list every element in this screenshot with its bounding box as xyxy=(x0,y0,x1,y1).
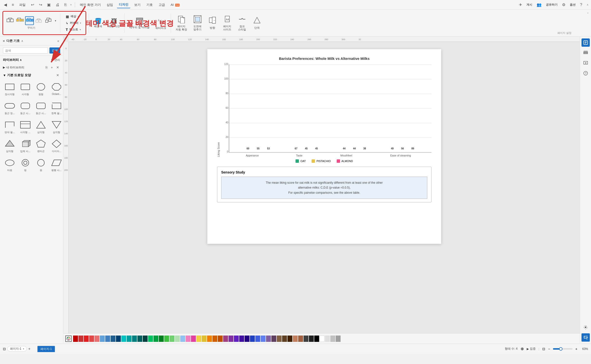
color-swatch-38[interactable] xyxy=(271,336,276,342)
page-size-button[interactable]: A4 페이지 사이즈 xyxy=(220,14,234,32)
color-swatch-7[interactable] xyxy=(105,336,110,342)
shape-cell-circle[interactable]: 원형 xyxy=(34,81,48,98)
shapes-close-btn[interactable]: ✕ xyxy=(55,73,60,78)
color-swatch-43[interactable] xyxy=(298,336,303,342)
shape-cell-rrect3[interactable]: 둥근 사... xyxy=(34,100,48,117)
focus-mode-btn[interactable]: ▶ 집중 xyxy=(527,347,536,351)
shape-cell-circle2[interactable]: 원 xyxy=(34,156,48,173)
color-swatch-28[interactable] xyxy=(218,336,223,342)
file-menu[interactable]: 파일 xyxy=(17,2,28,8)
zoom-fit-btn[interactable]: ⊡ xyxy=(542,347,545,351)
view-toggle-button[interactable]: ▣ xyxy=(46,1,52,8)
color-swatch-47[interactable] xyxy=(320,336,324,342)
right-panel-preview-btn[interactable] xyxy=(581,59,590,67)
toolbar-expand-btn[interactable]: ⌄ xyxy=(587,11,589,14)
color-swatch-44[interactable] xyxy=(304,336,308,342)
page-auto-expand-button[interactable]: 페이지 자동 확장 xyxy=(173,14,189,32)
color-swatch-45[interactable] xyxy=(309,336,314,342)
sidebar-collapse-btn[interactable]: « xyxy=(56,38,60,43)
right-panel-layers-btn[interactable] xyxy=(581,49,590,57)
color-swatch-50[interactable] xyxy=(336,336,341,342)
search-button[interactable]: 검색 xyxy=(49,47,60,54)
color-swatch-14[interactable] xyxy=(143,336,148,342)
canvas-scroll-area[interactable]: Barista Preferences: Whole Milk vs Alter… xyxy=(69,42,580,333)
color-swatch-20[interactable] xyxy=(175,336,180,342)
color-swatch-27[interactable] xyxy=(212,336,217,342)
color-swatch-41[interactable] xyxy=(287,336,292,342)
shape-cell-rectvar[interactable]: 사각형 ... xyxy=(19,118,32,136)
shape-cell-tri3[interactable]: 삼각형 xyxy=(3,137,17,155)
page-icon-btn[interactable]: ⊡ xyxy=(3,347,6,351)
right-panel-help-btn[interactable]: ? xyxy=(581,69,590,77)
add-page-btn[interactable]: + xyxy=(28,347,30,351)
shape-cell-partial1[interactable]: 한쪽 필... xyxy=(50,100,63,117)
color-swatch-16[interactable] xyxy=(153,336,158,342)
color-swatch-37[interactable] xyxy=(266,336,271,342)
bg-color-button[interactable]: 🪣 배경색 xyxy=(91,17,105,29)
shape-cell-partial2[interactable]: 반대 필... xyxy=(3,118,17,136)
ai-menu-item[interactable]: AI hot xyxy=(169,2,181,8)
shape-cell-rect[interactable]: 정사각형 xyxy=(3,81,17,98)
help-button[interactable]: ? xyxy=(579,2,584,8)
insert-menu-item[interactable]: 삽입 xyxy=(105,2,115,8)
design-menu-item[interactable]: 디자인 xyxy=(117,1,130,8)
page-tab-1[interactable]: 페이지-1 xyxy=(37,346,55,352)
print-button[interactable]: 🖨 xyxy=(54,2,61,8)
options-button[interactable]: ⚙ xyxy=(561,1,567,8)
lib-close-btn[interactable]: ✕ xyxy=(55,65,60,70)
symbol-menu-item[interactable]: 기호 xyxy=(144,2,155,8)
color-option-btn[interactable]: ▦ 색상 ▾ xyxy=(64,14,83,19)
unit-button[interactable]: 단위 xyxy=(250,15,264,31)
shape-cell-rrect2[interactable]: 둥근 사... xyxy=(19,100,32,117)
color-swatch-19[interactable] xyxy=(170,336,174,342)
color-swatch-34[interactable] xyxy=(250,336,255,342)
fit-page-button[interactable]: 도면에 맞추기 xyxy=(191,14,204,32)
post-label[interactable]: 게시 xyxy=(526,3,532,7)
color-swatch-2[interactable] xyxy=(78,336,83,342)
layer-icon-btn[interactable]: ⊕ xyxy=(521,346,524,351)
manage-button[interactable]: ⊞ 관리 xyxy=(51,58,60,62)
right-panel-format-btn[interactable] xyxy=(581,38,590,47)
color-swatch-9[interactable] xyxy=(116,336,121,342)
redo-button[interactable]: ↪ xyxy=(38,1,44,8)
color-swatch-35[interactable] xyxy=(255,336,260,342)
zoom-minus-btn[interactable]: − xyxy=(548,347,550,351)
shape-btn-1[interactable] xyxy=(6,16,14,25)
color-swatch-39[interactable] xyxy=(277,336,282,342)
color-swatch-32[interactable] xyxy=(239,336,244,342)
share-button[interactable]: 👥 xyxy=(535,1,543,8)
shape-btn-3[interactable] xyxy=(25,16,34,25)
shape-cell-cube[interactable]: 입체 사... xyxy=(19,137,32,155)
color-swatch-49[interactable] xyxy=(330,336,335,342)
watermark-button[interactable]: A A 워터마크 xyxy=(153,15,168,31)
color-swatch-40[interactable] xyxy=(282,336,287,342)
shape-cell-octagon[interactable]: Octant... xyxy=(50,81,63,98)
zoom-slider[interactable] xyxy=(553,348,572,350)
color-swatch-24[interactable] xyxy=(196,336,201,342)
jump-style-button[interactable]: 점프 스타일 xyxy=(235,14,249,32)
post-button[interactable]: ✈ xyxy=(517,1,524,8)
shape-cell-tri2[interactable]: 삼각형 xyxy=(50,118,63,136)
page-selector[interactable]: 페이지-1 ▾ xyxy=(7,346,27,352)
color-swatch-6[interactable] xyxy=(100,336,105,342)
undo-button[interactable]: ↩ xyxy=(29,1,36,8)
color-swatch-42[interactable] xyxy=(293,336,298,342)
view-menu-item[interactable]: 보기 xyxy=(132,2,143,8)
right-panel-more-btn[interactable]: 다 xyxy=(581,333,590,342)
shape-cell-ellipse[interactable]: 타원 xyxy=(3,156,17,173)
color-swatch-1[interactable] xyxy=(73,336,78,342)
advanced-menu-item[interactable]: 고급 xyxy=(157,2,167,8)
color-swatch-17[interactable] xyxy=(159,336,164,342)
lib-export-btn[interactable]: ⎘ xyxy=(45,65,48,70)
options-label[interactable]: 옵션 xyxy=(570,3,576,7)
shape-btn-4[interactable] xyxy=(35,16,44,25)
shape-cell-parallelogram[interactable]: 평행 사... xyxy=(50,156,63,173)
color-swatch-48[interactable] xyxy=(325,336,330,342)
color-swatch-4[interactable] xyxy=(89,336,94,342)
color-swatch-12[interactable] xyxy=(132,336,137,342)
connector-option-btn[interactable]: ↳ 커넥터 ▾ xyxy=(64,20,83,26)
right-panel-settings-bottom-btn[interactable] xyxy=(581,323,590,331)
export-button[interactable]: ⎘ xyxy=(63,2,68,8)
border-header-button[interactable]: 테두리 및 머리글 xyxy=(127,16,152,30)
color-swatch-26[interactable] xyxy=(207,336,212,342)
